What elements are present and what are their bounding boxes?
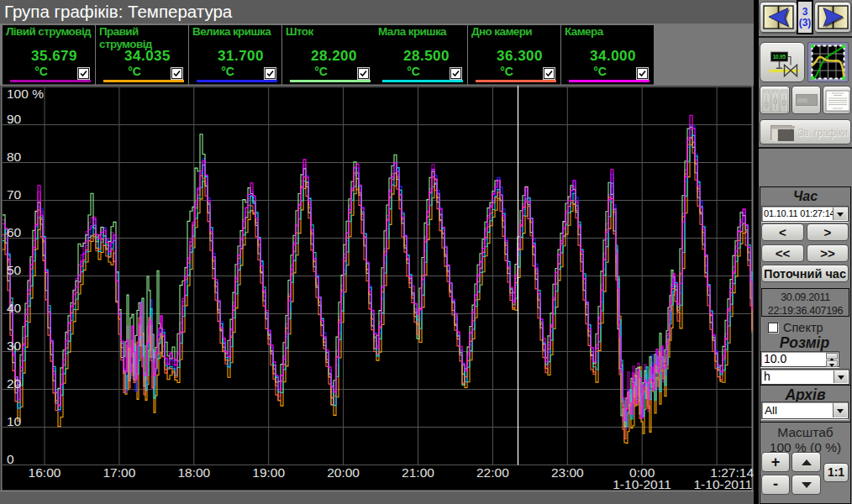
svg-text:20:00: 20:00 — [327, 465, 360, 480]
svg-text:40: 40 — [7, 301, 22, 315]
svg-text:18:00: 18:00 — [177, 465, 210, 480]
svg-text:90: 90 — [7, 112, 22, 126]
svg-text:30: 30 — [7, 339, 22, 353]
svg-text:10: 10 — [7, 414, 22, 428]
svg-text:80: 80 — [7, 150, 22, 164]
svg-text:10.95: 10.95 — [773, 54, 786, 60]
svg-text:16:00: 16:00 — [29, 465, 61, 480]
svg-text:22:00: 22:00 — [476, 465, 509, 480]
svg-text:21:00: 21:00 — [402, 465, 434, 480]
svg-text:19:00: 19:00 — [252, 465, 285, 480]
svg-text:1-10-2011: 1-10-2011 — [613, 477, 671, 491]
svg-text:20: 20 — [7, 376, 22, 391]
svg-text:60: 60 — [7, 225, 22, 239]
svg-text:0: 0 — [7, 452, 14, 466]
svg-text:1-10-2011: 1-10-2011 — [693, 477, 752, 491]
svg-text:17:00: 17:00 — [103, 465, 136, 480]
svg-text:70: 70 — [7, 187, 22, 202]
svg-text:100 %: 100 % — [7, 87, 44, 101]
svg-text:50: 50 — [7, 263, 22, 277]
svg-text:23:00: 23:00 — [551, 465, 584, 480]
